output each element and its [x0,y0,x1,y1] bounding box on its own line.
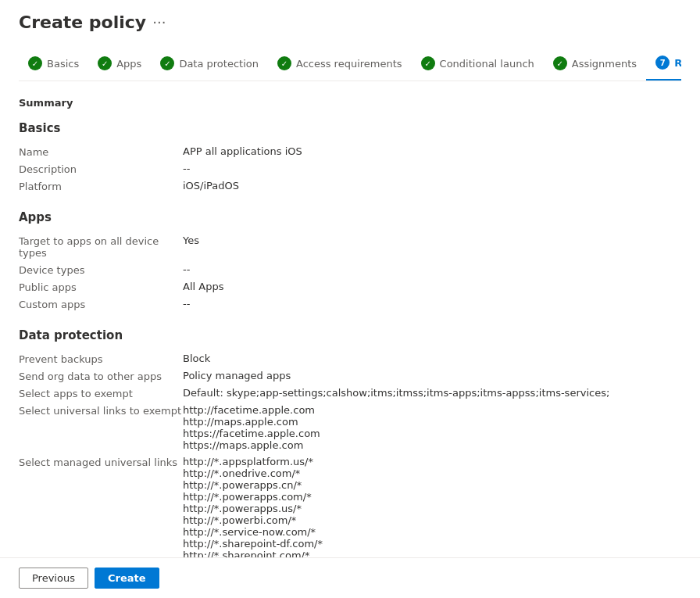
field-value-description: -- [183,163,681,174]
step-conditional-launch[interactable]: ✓ Conditional launch [412,48,544,80]
check-icon-access-requirements: ✓ [277,56,291,70]
step-basics[interactable]: ✓ Basics [19,48,88,80]
field-platform: Platform iOS/iPadOS [19,177,681,195]
step-apps[interactable]: ✓ Apps [88,48,151,80]
step-label-data-protection: Data protection [179,58,259,70]
field-value-target-apps: Yes [183,235,681,246]
field-label-apps-exempt: Select apps to exempt [19,387,183,399]
step-data-protection[interactable]: ✓ Data protection [151,48,268,80]
field-label-target-apps: Target to apps on all device types [19,235,183,259]
field-value-platform: iOS/iPadOS [183,180,681,192]
step-label-assignments: Assignments [572,58,637,70]
step-label-review-create: Review + create [674,57,681,69]
check-icon-basics: ✓ [28,56,42,70]
field-value-managed-universal-links: http://*.appsplatform.us/* http://*.oned… [183,456,681,561]
field-value-prevent-backups: Block [183,353,681,364]
field-label-name: Name [19,145,183,158]
step-label-conditional-launch: Conditional launch [440,58,534,70]
page-title: Create policy [19,13,146,32]
step-access-requirements[interactable]: ✓ Access requirements [268,48,412,80]
field-label-universal-links-exempt: Select universal links to exempt [19,404,183,417]
field-value-custom-apps: -- [183,298,681,310]
page-header: Create policy ··· [19,13,681,32]
step-review-create[interactable]: 7 Review + create [646,48,681,81]
check-icon-apps: ✓ [98,56,112,70]
previous-button[interactable]: Previous [19,568,88,589]
field-send-org-data: Send org data to other apps Policy manag… [19,367,681,385]
step-label-basics: Basics [47,58,79,70]
field-label-platform: Platform [19,180,183,192]
field-value-universal-links-exempt: http://facetime.apple.com http://maps.ap… [183,404,681,451]
field-apps-exempt: Select apps to exempt Default: skype;app… [19,385,681,402]
number-icon-review-create: 7 [655,56,670,70]
field-label-public-apps: Public apps [19,281,183,293]
field-label-send-org-data: Send org data to other apps [19,370,183,382]
field-value-public-apps: All Apps [183,281,681,292]
field-description: Description -- [19,160,681,177]
check-icon-data-protection: ✓ [160,56,174,70]
wizard-steps: ✓ Basics ✓ Apps ✓ Data protection ✓ Acce… [19,48,681,81]
field-target-apps: Target to apps on all device types Yes [19,232,681,261]
apps-section-title: Apps [19,210,681,224]
summary-label: Summary [19,97,681,109]
data-protection-section-title: Data protection [19,328,681,342]
basics-section-title: Basics [19,121,681,135]
field-value-apps-exempt: Default: skype;app-settings;calshow;itms… [183,387,681,399]
field-prevent-backups: Prevent backups Block [19,350,681,367]
field-public-apps: Public apps All Apps [19,278,681,295]
step-label-apps: Apps [116,58,141,70]
create-button[interactable]: Create [95,568,159,589]
field-device-types: Device types -- [19,261,681,278]
field-label-description: Description [19,163,183,175]
field-label-managed-universal-links: Select managed universal links [19,456,183,468]
footer: Previous Create [0,557,700,598]
data-protection-section: Data protection Prevent backups Block Se… [19,328,681,564]
field-label-custom-apps: Custom apps [19,298,183,310]
field-value-send-org-data: Policy managed apps [183,370,681,381]
field-universal-links-exempt: Select universal links to exempt http://… [19,402,681,453]
apps-section: Apps Target to apps on all device types … [19,210,681,313]
field-label-device-types: Device types [19,263,183,276]
check-icon-assignments: ✓ [553,56,567,70]
field-label-prevent-backups: Prevent backups [19,353,183,365]
step-label-access-requirements: Access requirements [296,58,402,70]
page-container: Create policy ··· ✓ Basics ✓ Apps ✓ Data… [0,0,700,564]
more-options-icon[interactable]: ··· [152,14,166,30]
field-value-name: APP all applications iOS [183,145,681,157]
field-name: Name APP all applications iOS [19,143,681,160]
field-managed-universal-links: Select managed universal links http://*.… [19,453,681,564]
field-value-device-types: -- [183,263,681,275]
basics-section: Basics Name APP all applications iOS Des… [19,121,681,195]
step-assignments[interactable]: ✓ Assignments [544,48,646,80]
field-custom-apps: Custom apps -- [19,295,681,313]
check-icon-conditional-launch: ✓ [421,56,435,70]
